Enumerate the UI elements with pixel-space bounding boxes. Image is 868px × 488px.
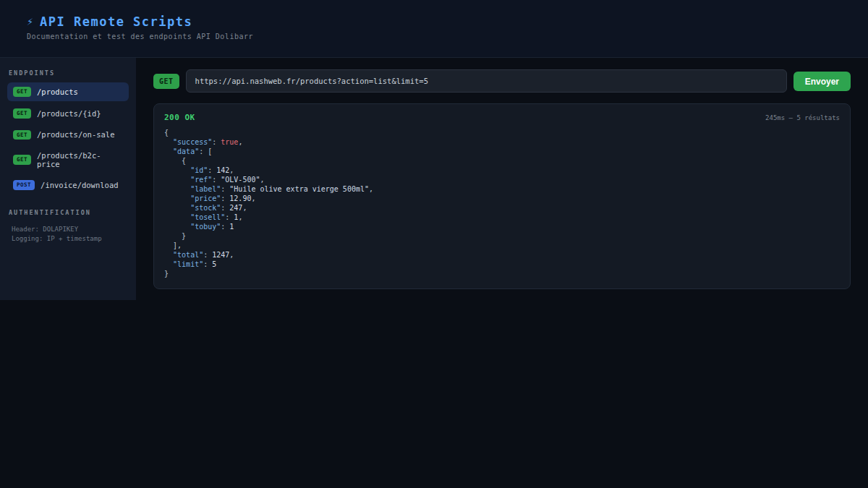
endpoint-path: /products/b2c-price (37, 151, 123, 168)
auth-info: Header: DOLAPIKEYLogging: IP + timestamp (6, 225, 130, 244)
url-input[interactable] (186, 69, 787, 93)
app-title: API Remote Scripts (40, 14, 192, 29)
auth-line: Header: DOLAPIKEY (6, 225, 130, 234)
auth-section-title: AUTHENTIFICATION (6, 205, 130, 222)
auth-line: Logging: IP + timestamp (6, 234, 130, 244)
endpoint-path: /products/on-sale (37, 130, 114, 139)
response-json: { "success": true, "data": [ { "id": 142… (164, 128, 840, 278)
app-subtitle: Documentation et test des endpoints API … (27, 33, 868, 40)
method-badge: GET (13, 108, 31, 119)
method-badge: GET (13, 87, 31, 97)
sidebar-item-products-b2c-price[interactable]: GET/products/b2c-price (7, 147, 129, 173)
sidebar-item-invoice-download[interactable]: POST/invoice/download (7, 176, 129, 194)
sidebar: ENDPOINTS GET/productsGET/products/{id}G… (0, 58, 136, 300)
endpoint-list: GET/productsGET/products/{id}GET/product… (6, 82, 130, 194)
endpoint-path: /products (37, 87, 78, 96)
bolt-icon: ⚡ (27, 15, 33, 28)
method-badge: GET (13, 130, 31, 140)
main-content: GET Envoyer 200 OK 245ms – 5 résultats {… (136, 58, 868, 289)
endpoint-path: /products/{id} (37, 109, 101, 118)
method-badge: POST (13, 180, 35, 190)
request-bar: GET Envoyer (153, 69, 851, 93)
response-header: 200 OK 245ms – 5 résultats (164, 113, 840, 122)
send-button[interactable]: Envoyer (793, 72, 851, 91)
sidebar-item-products-on-sale[interactable]: GET/products/on-sale (7, 126, 129, 145)
method-badge: GET (13, 155, 31, 165)
response-meta: 245ms – 5 résultats (765, 114, 840, 121)
app-header: ⚡ API Remote Scripts Documentation et te… (0, 0, 868, 58)
endpoints-section-title: ENDPOINTS (6, 65, 130, 82)
request-method-badge: GET (153, 74, 179, 89)
response-panel: 200 OK 245ms – 5 résultats { "success": … (153, 103, 851, 289)
sidebar-item-products[interactable]: GET/products (7, 82, 129, 101)
sidebar-item-products-id[interactable]: GET/products/{id} (7, 104, 129, 123)
status-badge: 200 OK (164, 113, 195, 122)
endpoint-path: /invoice/download (41, 181, 118, 189)
